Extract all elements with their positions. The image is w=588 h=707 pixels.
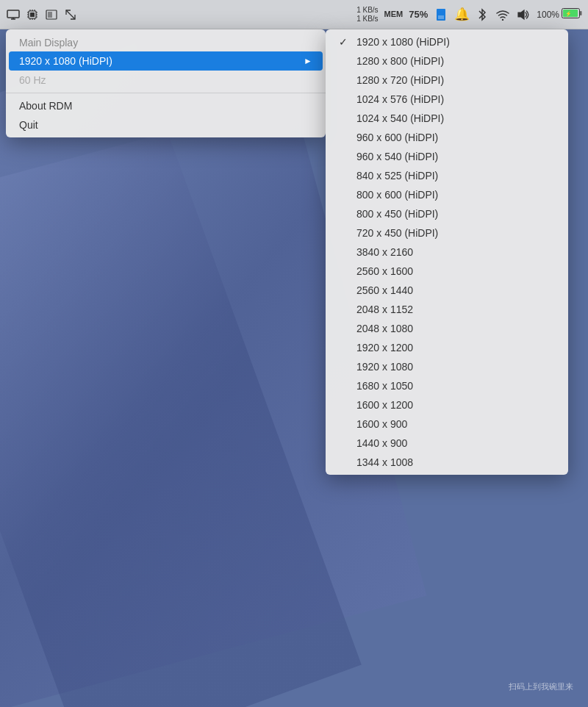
submenu-item[interactable]: 1600 x 1200 — [326, 395, 568, 414]
menu-item-resolution-selected[interactable]: 1920 x 1080 (HiDPI) ► — [9, 51, 323, 71]
menu-bar: 1 KB/s 1 KB/s MEM 75% 🔔 — [0, 0, 588, 29]
submenu-item[interactable]: 2560 x 1600 — [326, 262, 568, 281]
main-dropdown-menu: Main Display 1920 x 1080 (HiDPI) ► 60 Hz… — [6, 29, 326, 137]
submenu-item-label: 960 x 540 (HiDPI) — [356, 151, 555, 162]
window-icon[interactable] — [44, 7, 59, 22]
menu-item-quit[interactable]: Quit — [6, 115, 326, 134]
submenu-item-label: 800 x 450 (HiDPI) — [356, 208, 555, 220]
volume-icon[interactable] — [516, 7, 531, 22]
quit-label: Quit — [19, 119, 38, 131]
submenu-item[interactable]: 1600 x 900 — [326, 414, 568, 434]
bluetooth-icon[interactable] — [475, 7, 490, 22]
submenu-item-label: 2048 x 1080 — [356, 323, 555, 334]
submenu-item-label: 1344 x 1008 — [356, 456, 555, 468]
submenu-item[interactable]: 800 x 600 (HiDPI) — [326, 185, 568, 204]
submenu-item[interactable]: 3840 x 2160 — [326, 243, 568, 262]
submenu-item[interactable]: 2560 x 1440 — [326, 281, 568, 300]
net-up-label: 1 KB/s — [356, 6, 378, 15]
submenu-item-label: 1600 x 900 — [356, 418, 555, 430]
submenu-item-label: 1280 x 720 (HiDPI) — [356, 74, 555, 86]
cpu-icon[interactable] — [25, 7, 40, 22]
submenu-item-label: 2048 x 1152 — [356, 304, 555, 315]
submenu-item-check: ✓ — [339, 36, 351, 48]
submenu-item-label: 1024 x 540 (HiDPI) — [356, 112, 555, 124]
submenu-item-label: 800 x 600 (HiDPI) — [356, 189, 555, 201]
watermark-text: 扫码上到我碗里来 — [509, 681, 573, 692]
submenu-item-label: 1680 x 1050 — [356, 380, 555, 392]
submenu-item[interactable]: 800 x 450 (HiDPI) — [326, 204, 568, 223]
svg-rect-26 — [580, 11, 582, 15]
submenu-item[interactable]: 960 x 600 (HiDPI) — [326, 128, 568, 147]
submenu-item[interactable]: 1024 x 576 (HiDPI) — [326, 90, 568, 109]
submenu-arrow: ► — [304, 56, 312, 66]
mem-stat-group: MEM — [384, 10, 404, 19]
battery-icon[interactable]: ⚡ — [562, 8, 582, 21]
submenu-item-label: 1920 x 1080 (HiDPI) — [356, 36, 555, 48]
submenu-item[interactable]: 720 x 450 (HiDPI) — [326, 223, 568, 243]
svg-rect-21 — [438, 15, 444, 19]
resize-icon[interactable] — [63, 7, 78, 22]
battery-percent: 100% — [537, 10, 559, 20]
svg-rect-0 — [7, 10, 19, 18]
menu-section-title: Main Display — [6, 32, 326, 51]
submenu-item[interactable]: 1344 x 1008 — [326, 453, 568, 472]
submenu-item-label: 840 x 525 (HiDPI) — [356, 170, 555, 182]
submenu-item-label: 2560 x 1600 — [356, 265, 555, 277]
refresh-rate-label: 60 Hz — [19, 74, 46, 86]
submenu-item-label: 1920 x 1080 — [356, 361, 555, 373]
submenu-item-label: 960 x 600 (HiDPI) — [356, 132, 555, 143]
monitor-icon[interactable] — [6, 7, 21, 22]
submenu-item-label: 1280 x 800 (HiDPI) — [356, 55, 555, 67]
submenu-item-label: 720 x 450 (HiDPI) — [356, 227, 555, 239]
net-down-label: 1 KB/s — [356, 15, 378, 24]
svg-point-22 — [502, 18, 503, 20]
svg-text:⚡: ⚡ — [565, 10, 572, 17]
submenu-item[interactable]: 1440 x 900 — [326, 434, 568, 453]
submenu-item-label: 1440 x 900 — [356, 437, 555, 449]
mem-icon[interactable] — [434, 7, 448, 22]
svg-marker-23 — [518, 10, 524, 19]
menu-item-refresh-rate: 60 Hz — [6, 71, 326, 90]
about-label: About RDM — [19, 100, 72, 112]
submenu-item[interactable]: 1680 x 1050 — [326, 376, 568, 395]
menubar-right-area: 1 KB/s 1 KB/s MEM 75% 🔔 — [356, 6, 582, 24]
mem-label: MEM — [384, 10, 404, 19]
svg-line-19 — [66, 10, 75, 19]
resolution-submenu: ✓1920 x 1080 (HiDPI)1280 x 800 (HiDPI)12… — [326, 29, 568, 475]
submenu-item[interactable]: 960 x 540 (HiDPI) — [326, 147, 568, 166]
submenu-item-label: 1600 x 1200 — [356, 399, 555, 411]
menu-item-about[interactable]: About RDM — [6, 96, 326, 115]
svg-rect-18 — [48, 12, 52, 18]
notification-icon[interactable]: 🔔 — [454, 7, 469, 22]
submenu-item-label: 1024 x 576 (HiDPI) — [356, 93, 555, 105]
submenu-item-label: 1920 x 1200 — [356, 342, 555, 354]
battery-area: 100% ⚡ — [537, 8, 582, 21]
menu-item-selected-label: 1920 x 1080 (HiDPI) — [19, 55, 112, 67]
menubar-left-icons — [6, 7, 78, 22]
submenu-item-label: 2560 x 1440 — [356, 284, 555, 296]
mem-value: 75% — [409, 9, 428, 20]
submenu-item-label: 3840 x 2160 — [356, 246, 555, 258]
submenu-item[interactable]: 1920 x 1200 — [326, 338, 568, 357]
submenu-item[interactable]: 1280 x 800 (HiDPI) — [326, 51, 568, 71]
wifi-icon[interactable] — [495, 7, 510, 22]
svg-rect-4 — [30, 12, 35, 17]
submenu-item[interactable]: 2048 x 1080 — [326, 319, 568, 338]
submenu-item[interactable]: 1280 x 720 (HiDPI) — [326, 71, 568, 90]
submenu-item[interactable]: 1920 x 1080 — [326, 357, 568, 376]
submenu-item[interactable]: 840 x 525 (HiDPI) — [326, 166, 568, 185]
submenu-item[interactable]: ✓1920 x 1080 (HiDPI) — [326, 32, 568, 51]
submenu-item[interactable]: 2048 x 1152 — [326, 300, 568, 319]
network-stats: 1 KB/s 1 KB/s — [356, 6, 378, 24]
menu-divider-1 — [6, 93, 326, 93]
submenu-item[interactable]: 1024 x 540 (HiDPI) — [326, 109, 568, 128]
